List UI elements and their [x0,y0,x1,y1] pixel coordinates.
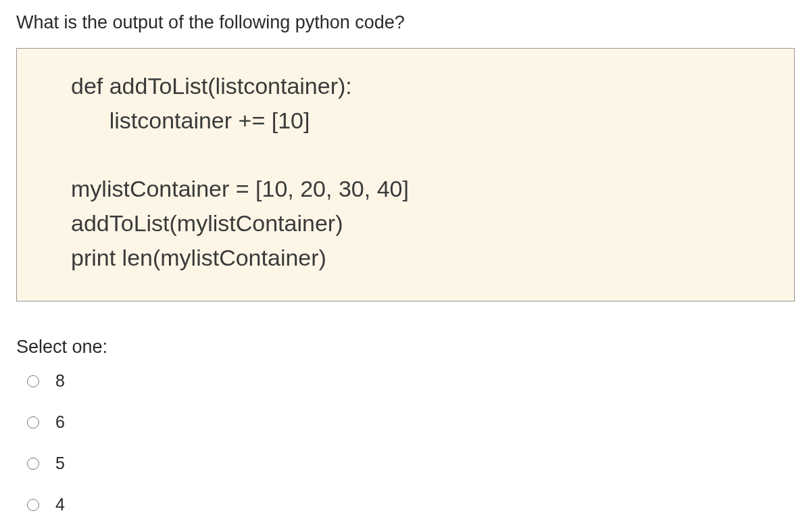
option-row: 8 [27,371,795,391]
code-line-2: listcontainer += [10] [71,103,740,138]
option-label: 6 [55,412,65,432]
question-text: What is the output of the following pyth… [16,12,795,33]
option-label: 8 [55,371,65,391]
radio-option-2[interactable] [27,416,39,429]
select-one-label: Select one: [16,337,795,358]
code-line-5: print len(mylistContainer) [71,241,740,275]
code-blank-line [71,138,740,172]
code-line-3: mylistContainer = [10, 20, 30, 40] [71,172,740,206]
option-row: 4 [27,495,795,514]
radio-option-1[interactable] [27,375,39,387]
radio-option-3[interactable] [27,458,39,470]
radio-option-4[interactable] [27,499,39,511]
options-list: 8 6 5 4 [16,371,795,514]
option-row: 6 [27,412,795,432]
option-row: 5 [27,454,795,473]
question-container: What is the output of the following pyth… [0,0,811,532]
code-line-4: addToList(mylistContainer) [71,206,740,241]
code-line-1: def addToList(listcontainer): [71,69,740,103]
code-box: def addToList(listcontainer): listcontai… [16,48,795,301]
option-label: 4 [55,495,65,514]
option-label: 5 [55,454,65,473]
